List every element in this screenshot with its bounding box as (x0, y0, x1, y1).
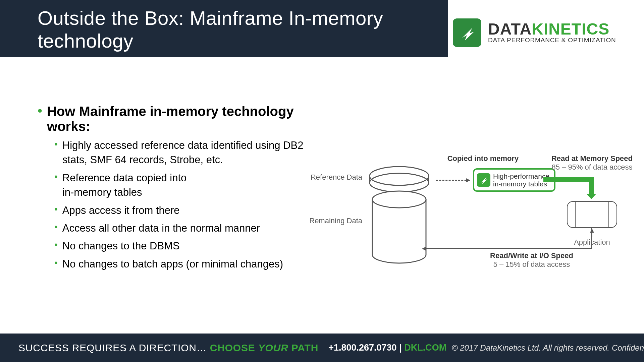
database-icon (366, 161, 433, 268)
read-write-io-label: Read/Write at I/O Speed 5 – 15% of data … (473, 251, 590, 269)
green-arrow-down-icon (589, 177, 594, 194)
arrow-icon (477, 173, 490, 187)
footer-copyright: © 2017 DataKinetics Ltd. All rights rese… (452, 343, 644, 353)
remaining-data-label: Remaining Data (309, 217, 362, 225)
reference-data-label: Reference Data (309, 173, 362, 182)
list-item: •No changes to batch apps (or minimal ch… (54, 257, 323, 271)
svg-marker-0 (462, 28, 474, 41)
slide-title: Outside the Box: Mainframe In-memory tec… (38, 7, 448, 53)
title-bar: Outside the Box: Mainframe In-memory tec… (0, 0, 448, 57)
svg-marker-4 (481, 177, 487, 184)
read-memory-speed-label: Read at Memory Speed 85 – 95% of data ac… (550, 154, 634, 172)
left-arrow-icon (423, 248, 592, 249)
architecture-diagram: Reference Data Remaining Data Copied int… (322, 151, 624, 278)
list-item: •No changes to the DBMS (54, 239, 323, 253)
logo-icon (453, 18, 481, 47)
main-heading: • How Mainframe in-memory technology wor… (38, 104, 323, 134)
application-box (567, 201, 617, 228)
dashed-arrow-icon (436, 180, 470, 181)
list-item: •Apps access it from there (54, 203, 323, 218)
company-logo: DATAKINETICS DATA PERFORMANCE & OPTIMIZA… (453, 18, 616, 47)
footer-contact: +1.800.267.0730 | DKL.COM (328, 343, 446, 353)
svg-point-3 (372, 191, 426, 208)
copied-into-memory-label: Copied into memory (439, 154, 527, 163)
green-arrow-icon (543, 177, 594, 182)
application-label: Application (567, 238, 617, 247)
logo-wordmark: DATAKINETICS (488, 21, 616, 37)
footer-tagline: SUCCESS REQUIRES A DIRECTION… CHOOSE YOU… (18, 342, 318, 354)
list-item: •Access all other data in the normal man… (54, 221, 323, 235)
list-item: •Reference data copied into in-memory ta… (54, 171, 323, 200)
content-area: • How Mainframe in-memory technology wor… (38, 104, 323, 275)
logo-tagline: DATA PERFORMANCE & OPTIMIZATION (488, 37, 616, 44)
footer-bar: SUCCESS REQUIRES A DIRECTION… CHOOSE YOU… (0, 334, 644, 362)
list-item: •Highly accessed reference data identifi… (54, 138, 323, 167)
